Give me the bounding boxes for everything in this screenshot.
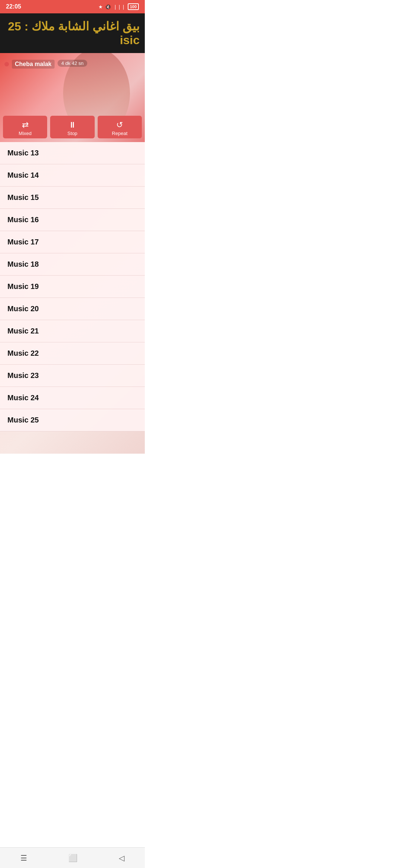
list-item[interactable]: Music 17 xyxy=(0,231,145,253)
music-item-label: Music 24 xyxy=(7,394,39,402)
pause-icon: ⏸ xyxy=(68,121,76,129)
player-duration: 4 dk 42 sn xyxy=(58,60,87,67)
battery-indicator: 100 xyxy=(128,3,139,10)
repeat-button[interactable]: ↺ Repeat xyxy=(98,116,142,138)
music-item-label: Music 17 xyxy=(7,238,39,246)
shuffle-icon: ⇄ xyxy=(22,121,29,129)
list-item[interactable]: Music 15 xyxy=(0,187,145,209)
mute-icon: 🔇 xyxy=(105,4,111,10)
artist-name: Cheba malak xyxy=(12,60,55,69)
music-item-label: Music 13 xyxy=(7,149,39,157)
music-item-label: Music 21 xyxy=(7,327,39,335)
music-item-label: Music 23 xyxy=(7,371,39,380)
mixed-label: Mixed xyxy=(19,131,32,136)
header-title: بيق اغاني الشابة ملاك : 25 isic xyxy=(5,19,140,47)
header-banner: بيق اغاني الشابة ملاك : 25 isic xyxy=(0,13,145,53)
player-label: Cheba malak xyxy=(4,60,55,69)
list-item[interactable]: Music 14 xyxy=(0,164,145,187)
music-list-container: Music 13Music 14Music 15Music 16Music 17… xyxy=(0,142,145,454)
list-item[interactable]: Music 13 xyxy=(0,142,145,164)
list-item[interactable]: Music 22 xyxy=(0,342,145,365)
music-item-label: Music 18 xyxy=(7,260,39,269)
list-item[interactable]: Music 20 xyxy=(0,298,145,320)
stop-label: Stop xyxy=(68,131,78,136)
stop-button[interactable]: ⏸ Stop xyxy=(50,116,94,138)
music-item-label: Music 22 xyxy=(7,349,39,358)
bluetooth-icon: ★ xyxy=(98,4,103,10)
repeat-label: Repeat xyxy=(112,131,127,136)
status-icons: ★ 🔇 ❘❘❘ 100 xyxy=(98,3,139,10)
list-item[interactable]: Music 19 xyxy=(0,276,145,298)
repeat-icon: ↺ xyxy=(116,121,123,129)
list-item[interactable]: Music 24 xyxy=(0,387,145,409)
list-item[interactable]: Music 21 xyxy=(0,320,145,342)
signal-icon: ❘❘❘ xyxy=(113,4,125,10)
list-item[interactable]: Music 18 xyxy=(0,253,145,276)
mixed-button[interactable]: ⇄ Mixed xyxy=(3,116,47,138)
music-item-label: Music 16 xyxy=(7,216,39,224)
controls-row: ⇄ Mixed ⏸ Stop ↺ Repeat xyxy=(0,116,145,138)
player-area: Cheba malak 4 dk 42 sn ⇄ Mixed ⏸ Stop ↺ … xyxy=(0,53,145,142)
status-time: 22:05 xyxy=(6,3,21,10)
player-dot xyxy=(4,62,9,66)
status-bar: 22:05 ★ 🔇 ❘❘❘ 100 xyxy=(0,0,145,13)
list-item[interactable]: Music 23 xyxy=(0,365,145,387)
list-item[interactable]: Music 16 xyxy=(0,209,145,231)
music-item-label: Music 25 xyxy=(7,416,39,424)
music-list: Music 13Music 14Music 15Music 16Music 17… xyxy=(0,142,145,431)
music-item-label: Music 20 xyxy=(7,305,39,313)
music-item-label: Music 14 xyxy=(7,171,39,180)
music-item-label: Music 19 xyxy=(7,282,39,291)
music-item-label: Music 15 xyxy=(7,193,39,202)
list-item[interactable]: Music 25 xyxy=(0,409,145,431)
